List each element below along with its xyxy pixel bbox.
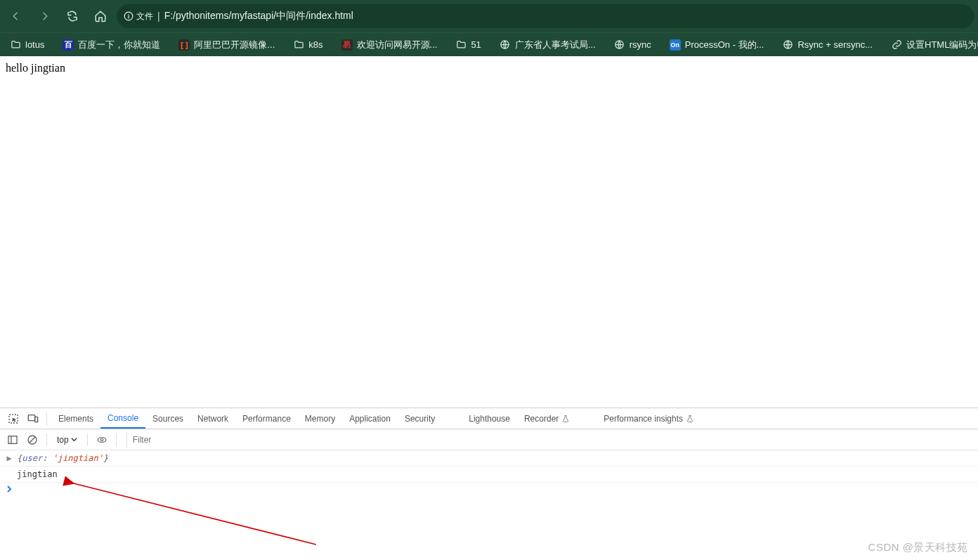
bookmark-item[interactable]: 广东省人事考试局... bbox=[493, 36, 603, 54]
devtools-panel: ElementsConsoleSourcesNetworkPerformance… bbox=[0, 408, 978, 560]
back-button[interactable] bbox=[4, 4, 28, 28]
context-label: top bbox=[57, 435, 69, 445]
page-content: hello jingtian bbox=[0, 56, 978, 408]
tab-label: Performance insights bbox=[604, 414, 683, 424]
console-log-row[interactable]: ▶ {user: 'jingtian'} bbox=[0, 450, 978, 467]
bookmark-item[interactable]: lotus bbox=[3, 37, 51, 53]
bookmark-item[interactable]: rsync bbox=[607, 37, 658, 53]
flask-icon bbox=[561, 415, 570, 423]
svg-line-13 bbox=[30, 437, 35, 443]
caret-down-icon bbox=[71, 436, 77, 443]
devtools-tab-performance[interactable]: Performance bbox=[235, 408, 298, 429]
forward-button[interactable] bbox=[32, 4, 56, 28]
folder-icon bbox=[455, 39, 467, 51]
home-icon bbox=[94, 10, 107, 22]
divider bbox=[46, 412, 47, 425]
bookmark-item[interactable]: 设置HTML编码为U... bbox=[884, 36, 978, 54]
divider bbox=[116, 434, 117, 446]
bookmark-item[interactable]: 51 bbox=[448, 37, 488, 53]
tab-label: Application bbox=[349, 414, 391, 424]
devtools-tab-network[interactable]: Network bbox=[190, 408, 235, 429]
globe-icon bbox=[500, 39, 511, 51]
address-bar[interactable]: 文件 | F:/pythonitems/myfastapi/中间件/index.… bbox=[117, 4, 974, 28]
watermark: CSDN @景天科技苑 bbox=[868, 541, 968, 554]
devtools-tab-sources[interactable]: Sources bbox=[145, 408, 190, 429]
folder-icon bbox=[10, 39, 21, 51]
bookmark-label: k8s bbox=[308, 39, 322, 50]
toggle-sidebar-icon[interactable] bbox=[4, 431, 21, 448]
tab-label: Security bbox=[405, 414, 435, 424]
console-log-row[interactable]: jingtian bbox=[0, 467, 978, 483]
bookmark-label: 百度一下，你就知道 bbox=[78, 39, 160, 51]
expand-caret-icon[interactable]: ▶ bbox=[6, 453, 13, 463]
home-button[interactable] bbox=[89, 4, 112, 28]
url-scheme-label: 文件 bbox=[136, 11, 153, 22]
svg-point-15 bbox=[100, 438, 103, 441]
tab-label: Memory bbox=[305, 414, 335, 424]
bookmark-label: Rsync + sersync... bbox=[797, 39, 873, 50]
bookmark-label: 51 bbox=[471, 39, 481, 50]
devtools-tab-performance-insights[interactable]: Performance insights bbox=[596, 408, 701, 429]
inspect-element-icon[interactable] bbox=[4, 410, 22, 428]
arrow-left-icon bbox=[10, 10, 22, 22]
bookmark-item[interactable]: Rsync + sersync... bbox=[775, 37, 880, 53]
execution-context-selector[interactable]: top bbox=[53, 435, 82, 445]
tab-label: Performance bbox=[242, 414, 291, 424]
link-icon bbox=[891, 39, 902, 51]
live-expression-icon[interactable] bbox=[93, 431, 110, 448]
globe-icon bbox=[614, 39, 625, 51]
bookmark-label: lotus bbox=[25, 39, 44, 50]
console-filter[interactable] bbox=[126, 432, 978, 448]
devtools-tabs: ElementsConsoleSourcesNetworkPerformance… bbox=[0, 408, 978, 429]
bookmark-label: 阿里巴巴开源镜像... bbox=[194, 39, 275, 51]
baidu-icon: 百 bbox=[63, 39, 74, 51]
svg-rect-10 bbox=[8, 436, 17, 443]
tab-label: Lighthouse bbox=[469, 414, 510, 424]
toolbar: 文件 | F:/pythonitems/myfastapi/中间件/index.… bbox=[0, 0, 978, 32]
bookmark-label: 设置HTML编码为U... bbox=[906, 39, 978, 51]
tab-label: Sources bbox=[152, 414, 183, 424]
divider bbox=[87, 434, 88, 446]
on-icon: On bbox=[670, 39, 681, 51]
console-toolbar: top bbox=[0, 429, 978, 450]
flask-icon bbox=[686, 415, 694, 423]
bookmark-label: 广东省人事考试局... bbox=[515, 39, 596, 51]
console-prompt[interactable] bbox=[0, 483, 978, 495]
chevron-right-icon bbox=[6, 486, 13, 493]
bookmark-item[interactable]: 百百度一下，你就知道 bbox=[56, 36, 167, 54]
bookmark-item[interactable]: k8s bbox=[286, 37, 330, 53]
page-body-text: hello jingtian bbox=[6, 62, 65, 74]
devtools-tab-application[interactable]: Application bbox=[342, 408, 398, 429]
bookmark-item[interactable]: 易欢迎访问网易开源... bbox=[334, 36, 445, 54]
device-toggle-icon[interactable] bbox=[24, 410, 42, 428]
devtools-tab-lighthouse[interactable]: Lighthouse bbox=[462, 408, 517, 429]
tab-label: Recorder bbox=[524, 414, 559, 424]
bookmark-item[interactable]: OnProcessOn - 我的... bbox=[663, 36, 771, 54]
bookmark-label: 欢迎访问网易开源... bbox=[357, 39, 438, 51]
site-info-icon[interactable]: 文件 bbox=[124, 11, 153, 22]
reload-icon bbox=[66, 10, 79, 22]
devtools-tab-elements[interactable]: Elements bbox=[51, 408, 100, 429]
devtools-tab-security[interactable]: Security bbox=[398, 408, 442, 429]
reload-button[interactable] bbox=[60, 4, 84, 28]
arrow-right-icon bbox=[38, 10, 51, 22]
bookmark-label: rsync bbox=[630, 39, 651, 50]
console-object: {user: 'jingtian'} bbox=[17, 453, 108, 463]
devtools-tab-memory[interactable]: Memory bbox=[298, 408, 342, 429]
console-text: jingtian bbox=[17, 469, 58, 479]
devtools-tab-console[interactable]: Console bbox=[100, 408, 145, 429]
bookmark-label: ProcessOn - 我的... bbox=[685, 39, 764, 51]
clear-console-icon[interactable] bbox=[24, 431, 41, 448]
filter-input[interactable] bbox=[126, 432, 978, 448]
svg-rect-8 bbox=[28, 415, 34, 420]
url-text: F:/pythonitems/myfastapi/中间件/index.html bbox=[164, 10, 353, 22]
bookmark-item[interactable]: [ ]阿里巴巴开源镜像... bbox=[171, 36, 282, 54]
svg-rect-9 bbox=[35, 417, 38, 422]
tab-label: Console bbox=[107, 413, 138, 423]
tab-label: Elements bbox=[58, 414, 93, 424]
folder-icon bbox=[293, 39, 304, 51]
console-output: ▶ {user: 'jingtian'} jingtian bbox=[0, 450, 978, 560]
devtools-tab-recorder[interactable]: Recorder bbox=[517, 408, 577, 429]
ali-icon: [ ] bbox=[178, 39, 190, 51]
browser-chrome: 文件 | F:/pythonitems/myfastapi/中间件/index.… bbox=[0, 0, 978, 56]
